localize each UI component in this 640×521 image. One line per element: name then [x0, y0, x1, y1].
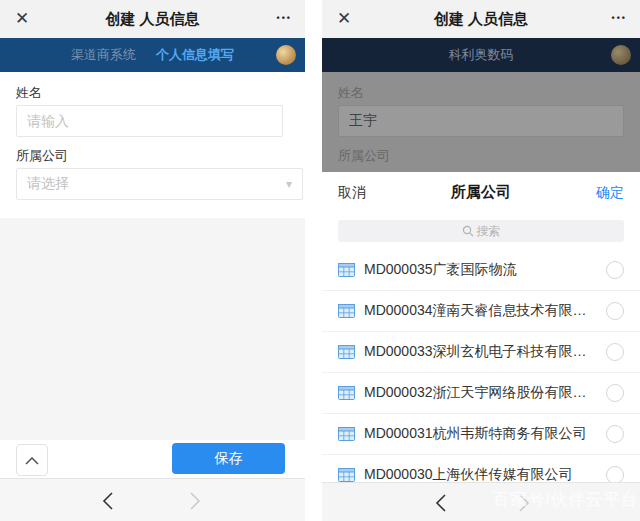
back-arrow-icon[interactable] — [435, 483, 447, 521]
page-title: 创建 人员信息 — [322, 0, 640, 38]
chevron-up-icon — [25, 451, 39, 469]
avatar[interactable] — [276, 45, 296, 65]
radio-unchecked[interactable] — [606, 302, 624, 320]
right-bottom-navbar — [322, 482, 640, 521]
search-input[interactable]: 搜索 — [338, 220, 624, 242]
company-picker-modal: 取消 所属公司 确定 搜索 MD0 — [322, 172, 640, 521]
name-input[interactable] — [16, 105, 283, 137]
radio-unchecked[interactable] — [606, 261, 624, 279]
list-item[interactable]: MD000031杭州韦斯特商务有限公司 — [322, 413, 640, 454]
content-background — [0, 218, 305, 440]
list-item[interactable]: MD000033深圳玄机电子科技有限公司 — [322, 331, 640, 372]
company-name: MD000034潼南天睿信息技术有限公司 — [364, 302, 598, 320]
right-titlebar: ✕ 创建 人员信息 ••• — [322, 0, 640, 38]
tab-personal-info[interactable]: 个人信息填写 — [156, 46, 234, 64]
list-item[interactable]: MD000035广袤国际物流 — [322, 250, 640, 290]
forward-arrow-icon[interactable] — [189, 479, 201, 521]
confirm-button[interactable]: 确定 — [596, 184, 624, 202]
left-bottom-navbar — [0, 478, 305, 521]
save-button[interactable]: 保存 — [172, 443, 285, 474]
company-label: 所属公司 — [338, 147, 390, 165]
page-title: 创建 人员信息 — [0, 0, 305, 38]
search-icon — [462, 225, 474, 237]
table-icon — [338, 468, 355, 482]
appbar-title: 科利奥数码 — [449, 46, 514, 64]
form-footer: 保存 — [0, 440, 305, 478]
company-label: 所属公司 — [16, 147, 68, 165]
radio-unchecked[interactable] — [606, 384, 624, 402]
right-appbar: 科利奥数码 — [322, 38, 640, 72]
more-menu-icon[interactable]: ••• — [277, 13, 292, 23]
more-menu-icon[interactable]: ••• — [612, 13, 627, 23]
picker-header: 取消 所属公司 确定 — [322, 172, 640, 212]
dimmed-form-overlay: 姓名 所属公司 — [322, 72, 640, 172]
screenshot-stage: ✕ 创建 人员信息 ••• 渠道商系统 个人信息填写 姓名 所属公司 请选择 ▾ — [0, 0, 640, 521]
list-item[interactable]: MD000034潼南天睿信息技术有限公司 — [322, 290, 640, 331]
company-name: MD000031杭州韦斯特商务有限公司 — [364, 425, 598, 443]
table-icon — [338, 427, 355, 441]
company-select[interactable]: 请选择 ▾ — [16, 168, 303, 200]
list-item[interactable]: MD000032浙江天宇网络股份有限公司 — [322, 372, 640, 413]
table-icon — [338, 263, 355, 277]
collapse-button[interactable] — [16, 444, 48, 476]
company-list: MD000035广袤国际物流 MD000034潼南天睿信息技术有限公司 MD00… — [322, 250, 640, 495]
company-name: MD000032浙江天宇网络股份有限公司 — [364, 384, 598, 402]
chevron-down-icon: ▾ — [286, 177, 292, 191]
left-titlebar: ✕ 创建 人员信息 ••• — [0, 0, 305, 38]
company-select-placeholder: 请选择 — [27, 175, 286, 193]
right-phone-screen: ✕ 创建 人员信息 ••• 科利奥数码 姓名 所属公司 取消 所属公司 确定 — [322, 0, 640, 521]
table-icon — [338, 345, 355, 359]
name-label: 姓名 — [338, 84, 364, 102]
table-icon — [338, 386, 355, 400]
tab-channel-system[interactable]: 渠道商系统 — [71, 46, 136, 64]
name-label: 姓名 — [16, 84, 42, 102]
back-arrow-icon[interactable] — [102, 479, 114, 521]
picker-title: 所属公司 — [322, 183, 640, 202]
radio-unchecked[interactable] — [606, 343, 624, 361]
company-name: MD000033深圳玄机电子科技有限公司 — [364, 343, 598, 361]
search-placeholder: 搜索 — [477, 223, 501, 240]
name-input[interactable] — [338, 105, 624, 137]
left-appbar: 渠道商系统 个人信息填写 — [0, 38, 305, 72]
company-name: MD000035广袤国际物流 — [364, 261, 598, 279]
radio-unchecked[interactable] — [606, 425, 624, 443]
table-icon — [338, 304, 355, 318]
left-phone-screen: ✕ 创建 人员信息 ••• 渠道商系统 个人信息填写 姓名 所属公司 请选择 ▾ — [0, 0, 305, 521]
avatar[interactable] — [611, 45, 631, 65]
forward-arrow-icon[interactable] — [518, 483, 530, 521]
